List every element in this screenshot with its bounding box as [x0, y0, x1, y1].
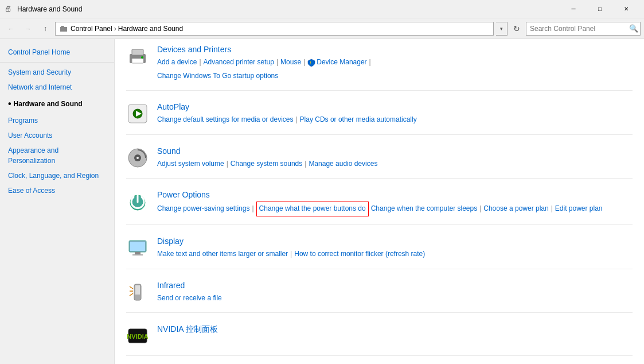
- sidebar: Control Panel Home System and Security N…: [0, 39, 115, 364]
- svg-line-20: [130, 293, 133, 296]
- svg-rect-2: [132, 59, 143, 63]
- svg-rect-1: [132, 49, 143, 55]
- sidebar-item-control-panel-home[interactable]: Control Panel Home: [0, 45, 114, 60]
- back-button[interactable]: ←: [3, 22, 18, 36]
- sidebar-divider-1: [0, 62, 114, 63]
- adjust-volume-link[interactable]: Adjust system volume: [157, 158, 224, 171]
- sidebar-item-ease[interactable]: Ease of Access: [0, 183, 114, 198]
- address-box[interactable]: 🖿 Control Panel › Hardware and Sound: [55, 22, 494, 36]
- add-device-link[interactable]: Add a device: [157, 56, 197, 69]
- section-nvidia: NVIDIA NVIDIA 控制面板: [126, 324, 633, 356]
- svg-rect-15: [132, 254, 143, 255]
- address-hardware-sound[interactable]: Hardware and Sound: [118, 25, 183, 33]
- power-options-title[interactable]: Power Options: [157, 190, 633, 199]
- titlebar-icon: 🖨: [5, 5, 14, 14]
- svg-line-18: [130, 286, 133, 289]
- section-sound: Sound Adjust system volume | Change syst…: [126, 146, 633, 179]
- choose-power-plan-link[interactable]: Choose a power plan: [483, 203, 548, 215]
- display-links: Make text and other items larger or smal…: [157, 248, 633, 261]
- sidebar-item-hardware-sound[interactable]: Hardware and Sound: [0, 95, 114, 113]
- power-options-links: Change power-saving settings | Change wh…: [157, 202, 633, 216]
- sound-title[interactable]: Sound: [157, 146, 633, 156]
- nvidia-title[interactable]: NVIDIA 控制面板: [157, 324, 633, 335]
- sidebar-item-user-accounts[interactable]: User Accounts: [0, 128, 114, 143]
- refresh-button[interactable]: ↻: [510, 22, 524, 36]
- search-box[interactable]: 🔍: [526, 22, 641, 36]
- section-power-options: Power Options Change power-saving settin…: [126, 190, 633, 225]
- send-receive-file-link[interactable]: Send or receive a file: [157, 292, 222, 305]
- device-manager-link[interactable]: Device Manager: [317, 56, 366, 69]
- sidebar-item-clock[interactable]: Clock, Language, and Region: [0, 168, 114, 183]
- shield-icon: !: [307, 59, 315, 67]
- autoplay-links: Change default settings for media or dev…: [157, 114, 633, 126]
- svg-rect-17: [135, 285, 140, 295]
- search-input[interactable]: [526, 25, 627, 33]
- power-options-icon: [126, 190, 149, 213]
- main-layout: Control Panel Home System and Security N…: [0, 39, 644, 364]
- section-infrared: Infrared Send or receive a file: [126, 281, 633, 313]
- sound-icon: [126, 146, 149, 169]
- folder-icon: 🖿: [59, 24, 68, 34]
- nvidia-icon: NVIDIA: [126, 324, 149, 347]
- advanced-printer-setup-link[interactable]: Advanced printer setup: [204, 56, 274, 69]
- display-title[interactable]: Display: [157, 237, 633, 246]
- titlebar-controls: ─ □ ✕: [560, 0, 639, 18]
- power-options-body: Power Options Change power-saving settin…: [157, 190, 633, 216]
- section-devices-printers: Devices and Printers Add a device | Adva…: [126, 45, 633, 91]
- forward-button[interactable]: →: [21, 22, 36, 36]
- autoplay-body: AutoPlay Change default settings for med…: [157, 102, 633, 126]
- svg-text:NVIDIA: NVIDIA: [127, 333, 148, 340]
- make-text-larger-link[interactable]: Make text and other items larger or smal…: [157, 248, 288, 261]
- content-area: Devices and Printers Add a device | Adva…: [115, 39, 644, 364]
- play-cds-link[interactable]: Play CDs or other media automatically: [300, 114, 417, 126]
- sound-links: Adjust system volume | Change system sou…: [157, 158, 633, 171]
- change-power-saving-link[interactable]: Change power-saving settings: [157, 203, 249, 215]
- infrared-links: Send or receive a file: [157, 292, 633, 305]
- address-control-panel[interactable]: Control Panel: [71, 25, 112, 33]
- change-power-buttons-link[interactable]: Change what the power buttons do: [256, 202, 369, 216]
- devices-printers-body: Devices and Printers Add a device | Adva…: [157, 45, 633, 82]
- up-button[interactable]: ↑: [38, 22, 53, 36]
- section-display: Display Make text and other items larger…: [126, 237, 633, 269]
- svg-point-10: [136, 157, 139, 159]
- maximize-button[interactable]: □: [587, 0, 613, 18]
- devices-printers-title[interactable]: Devices and Printers: [157, 45, 633, 54]
- autoplay-icon: [126, 102, 149, 125]
- devices-printers-icon: [126, 45, 149, 68]
- nvidia-body: NVIDIA 控制面板: [157, 324, 633, 337]
- display-icon: [126, 237, 149, 260]
- addressbar: ← → ↑ 🖿 Control Panel › Hardware and Sou…: [0, 18, 644, 39]
- change-system-sounds-link[interactable]: Change system sounds: [231, 158, 302, 171]
- windows-to-go-link[interactable]: Change Windows To Go startup options: [157, 70, 633, 83]
- titlebar-title: Hardware and Sound: [17, 5, 560, 13]
- svg-text:!: !: [310, 61, 311, 65]
- infrared-body: Infrared Send or receive a file: [157, 281, 633, 305]
- devices-printers-links: Add a device | Advanced printer setup | …: [157, 56, 633, 82]
- manage-audio-devices-link[interactable]: Manage audio devices: [309, 158, 377, 171]
- correct-flicker-link[interactable]: How to correct monitor flicker (refresh …: [294, 248, 425, 261]
- infrared-icon: [126, 281, 149, 304]
- svg-rect-13: [130, 242, 145, 251]
- titlebar: 🖨 Hardware and Sound ─ □ ✕: [0, 0, 644, 18]
- infrared-title[interactable]: Infrared: [157, 281, 633, 290]
- section-autoplay: AutoPlay Change default settings for med…: [126, 102, 633, 135]
- display-body: Display Make text and other items larger…: [157, 237, 633, 261]
- svg-rect-14: [135, 252, 140, 254]
- change-default-settings-link[interactable]: Change default settings for media or dev…: [157, 114, 293, 126]
- sidebar-item-appearance[interactable]: Appearance and Personalization: [0, 143, 114, 168]
- autoplay-title[interactable]: AutoPlay: [157, 102, 633, 111]
- mouse-link[interactable]: Mouse: [280, 56, 301, 69]
- sidebar-item-network-internet[interactable]: Network and Internet: [0, 80, 114, 95]
- edit-power-plan-link[interactable]: Edit power plan: [555, 203, 603, 215]
- close-button[interactable]: ✕: [613, 0, 639, 18]
- search-icon[interactable]: 🔍: [627, 22, 640, 35]
- minimize-button[interactable]: ─: [560, 0, 587, 18]
- sidebar-item-system-security[interactable]: System and Security: [0, 65, 114, 80]
- svg-point-3: [141, 56, 143, 59]
- sound-body: Sound Adjust system volume | Change syst…: [157, 146, 633, 171]
- change-sleep-link[interactable]: Change when the computer sleeps: [371, 203, 477, 215]
- sidebar-item-programs[interactable]: Programs: [0, 113, 114, 128]
- address-dropdown[interactable]: ▾: [496, 22, 508, 36]
